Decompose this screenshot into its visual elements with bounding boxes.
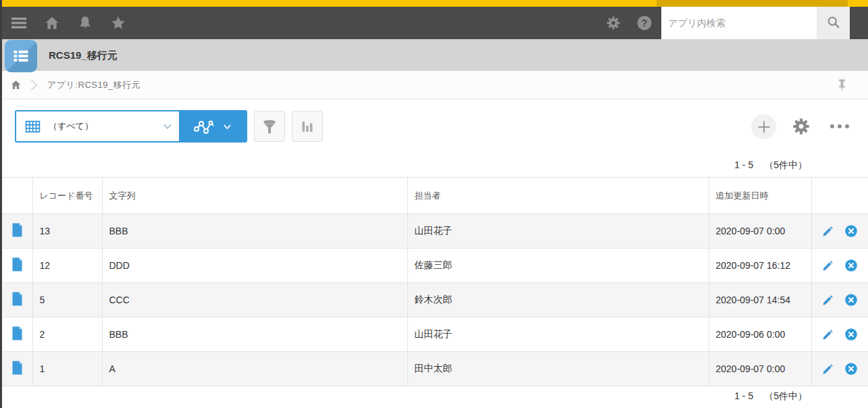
hamburger-menu-icon[interactable] — [10, 14, 28, 32]
global-nav: ? — [2, 7, 868, 39]
pagination-total: （5件中） — [764, 390, 807, 401]
column-header-record-number[interactable]: レコード番号 — [32, 178, 102, 214]
app-search-box — [661, 7, 850, 39]
ellipsis-icon — [845, 124, 849, 128]
bar-chart-icon — [299, 118, 315, 134]
graph-view-dropdown[interactable] — [179, 111, 246, 141]
ellipsis-icon — [838, 124, 842, 128]
pagination-range: 1 - 5 — [734, 390, 753, 401]
favorites-star-icon[interactable] — [109, 14, 127, 32]
column-header-icon — [2, 178, 32, 214]
pagination-bottom: 1 - 5（5件中） — [734, 390, 807, 403]
app-title: RCS19_移行元 — [49, 39, 118, 71]
graph-nodes-icon — [193, 116, 216, 136]
record-number-cell: 1 — [32, 352, 102, 386]
assignee-cell: 佐藤三郎 — [407, 249, 709, 283]
app-header-band — [2, 39, 868, 71]
top-brand-bar — [2, 0, 868, 7]
table-view-icon — [24, 118, 41, 135]
table-row: 1 A 田中太郎 2020-09-07 0:00 — [2, 352, 868, 386]
ellipsis-icon — [830, 124, 834, 128]
delete-record-icon[interactable] — [844, 328, 858, 341]
more-options-button[interactable] — [825, 122, 854, 131]
column-header-text[interactable]: 文字列 — [102, 178, 407, 214]
app-settings-button[interactable] — [790, 116, 811, 136]
chart-button[interactable] — [292, 111, 323, 142]
funnel-icon — [261, 118, 278, 135]
text-cell: DDD — [102, 249, 407, 283]
open-record-doc-icon[interactable] — [11, 361, 23, 375]
top-brand-bar-shade — [657, 0, 848, 7]
delete-record-icon[interactable] — [844, 293, 858, 307]
help-icon[interactable]: ? — [636, 14, 653, 32]
pagination-range: 1 - 5 — [734, 159, 753, 170]
edit-record-icon[interactable] — [821, 363, 834, 376]
chevron-down-icon — [162, 121, 173, 132]
delete-record-icon[interactable] — [844, 259, 858, 272]
global-nav-left — [10, 14, 127, 32]
column-header-datetime[interactable]: 追加更新日時 — [709, 178, 811, 214]
datetime-cell: 2020-09-07 0:00 — [709, 214, 811, 249]
global-nav-right: ? — [605, 14, 653, 32]
text-cell: BBB — [102, 317, 407, 352]
kintone-app-screen: ? RCS19_移行元 アプリ:RCS19_移行元 — [0, 0, 868, 408]
assignee-cell: 田中太郎 — [407, 352, 709, 386]
table-body: 13 BBB 山田花子 2020-09-07 0:00 12 DDD 佐藤三郎 … — [2, 214, 868, 386]
pagination-top: 1 - 5（5件中） — [734, 159, 807, 172]
datetime-cell: 2020-09-07 0:00 — [709, 352, 811, 386]
filter-button[interactable] — [254, 111, 285, 142]
column-header-actions — [811, 178, 868, 214]
plus-icon — [756, 119, 772, 135]
table-row: 12 DDD 佐藤三郎 2020-09-07 16:12 — [2, 249, 868, 283]
assignee-cell: 山田花子 — [407, 214, 709, 249]
open-record-doc-icon[interactable] — [11, 223, 23, 237]
view-selector-label: （すべて） — [49, 120, 93, 132]
column-header-assignee[interactable]: 担当者 — [407, 178, 709, 214]
breadcrumb-app-link[interactable]: アプリ:RCS19_移行元 — [47, 79, 141, 91]
edit-record-icon[interactable] — [821, 225, 834, 238]
assignee-cell: 山田花子 — [407, 317, 709, 352]
assignee-cell: 鈴木次郎 — [407, 283, 709, 317]
table-row: 2 BBB 山田花子 2020-09-06 0:00 — [2, 317, 868, 352]
view-selector-dropdown[interactable]: （すべて） — [16, 111, 179, 141]
delete-record-icon[interactable] — [844, 362, 858, 376]
datetime-cell: 2020-09-07 14:54 — [709, 283, 811, 317]
notifications-bell-icon[interactable] — [76, 14, 94, 32]
open-record-doc-icon[interactable] — [11, 257, 23, 272]
edit-record-icon[interactable] — [821, 259, 834, 272]
open-record-doc-icon[interactable] — [11, 326, 23, 340]
open-record-doc-icon[interactable] — [11, 292, 23, 306]
svg-text:?: ? — [642, 18, 648, 28]
table-row: 5 CCC 鈴木次郎 2020-09-07 14:54 — [2, 283, 868, 317]
text-cell: BBB — [102, 214, 407, 249]
search-icon — [825, 14, 842, 32]
table-header-row: レコード番号 文字列 担当者 追加更新日時 — [2, 178, 868, 214]
chevron-down-icon — [222, 122, 232, 132]
record-number-cell: 2 — [32, 317, 102, 352]
datetime-cell: 2020-09-07 16:12 — [709, 249, 811, 283]
search-button[interactable] — [817, 7, 850, 39]
text-cell: CCC — [102, 283, 407, 317]
add-record-button[interactable] — [751, 114, 776, 139]
edit-record-icon[interactable] — [821, 294, 834, 307]
datetime-cell: 2020-09-06 0:00 — [709, 317, 811, 352]
app-icon[interactable] — [5, 40, 37, 72]
breadcrumb-home-icon[interactable] — [10, 79, 22, 91]
app-search-input[interactable] — [661, 7, 817, 39]
edit-record-icon[interactable] — [821, 328, 834, 341]
table-row: 13 BBB 山田花子 2020-09-07 0:00 — [2, 214, 868, 249]
pin-icon[interactable] — [838, 78, 846, 92]
breadcrumb: アプリ:RCS19_移行元 — [2, 71, 868, 99]
record-number-cell: 13 — [32, 214, 102, 249]
delete-record-icon[interactable] — [844, 224, 858, 238]
home-icon[interactable] — [43, 14, 61, 32]
record-number-cell: 12 — [32, 249, 102, 283]
pagination-total: （5件中） — [764, 159, 807, 170]
view-selector: （すべて） — [15, 110, 247, 143]
record-table: レコード番号 文字列 担当者 追加更新日時 13 BBB 山田花子 2020-0… — [2, 177, 868, 386]
gear-icon — [791, 116, 811, 136]
settings-gear-icon[interactable] — [605, 14, 622, 32]
breadcrumb-chevron-icon — [30, 78, 38, 92]
record-number-cell: 5 — [32, 283, 102, 317]
record-list: レコード番号 文字列 担当者 追加更新日時 13 BBB 山田花子 2020-0… — [2, 177, 868, 386]
